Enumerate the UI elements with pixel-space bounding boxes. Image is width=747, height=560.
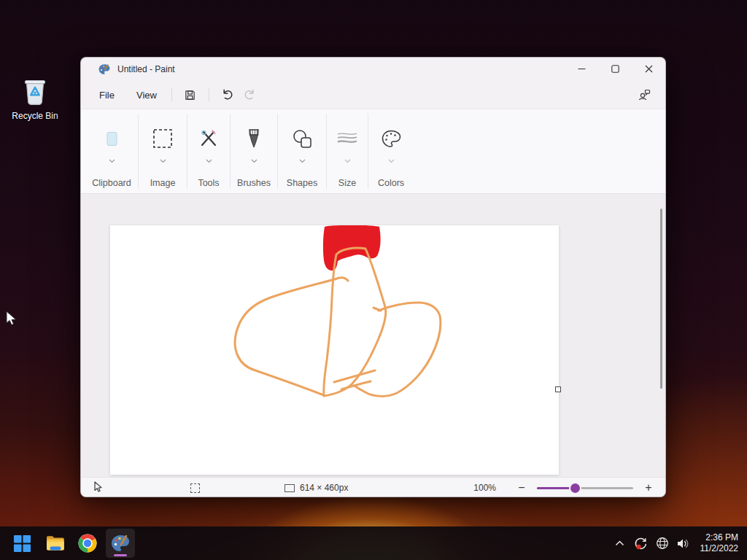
desktop: { "desktop": { "recycle_bin_label": "Rec… xyxy=(0,0,747,560)
feedback-button[interactable] xyxy=(633,85,655,105)
zoom-slider-fill xyxy=(537,487,575,490)
statusbar: 614 × 460px 100% − + xyxy=(81,477,665,497)
taskbar: 2:36 PM 11/2/2022 xyxy=(0,526,747,560)
ribbon-group-label: Image xyxy=(150,178,176,188)
paint-taskbar-button[interactable] xyxy=(106,529,135,558)
sketch-tick xyxy=(374,308,381,311)
ribbon-group-clipboard[interactable]: Clipboard xyxy=(85,109,138,193)
volume-tray-button[interactable] xyxy=(676,534,691,552)
taskbar-clock[interactable]: 2:36 PM 11/2/2022 xyxy=(700,532,739,554)
ribbon-group-size[interactable]: Size xyxy=(327,109,368,193)
mouse-cursor-icon xyxy=(6,311,18,330)
clipboard-icon xyxy=(107,127,117,150)
chevron-down-icon xyxy=(109,153,115,166)
titlebar[interactable]: Untitled - Paint xyxy=(81,58,665,81)
cursor-position-icon xyxy=(94,481,102,495)
palette-icon xyxy=(382,127,401,150)
recycle-bin-label: Recycle Bin xyxy=(6,111,64,121)
paint-window: Untitled - Paint File View xyxy=(80,57,666,497)
chevron-down-icon xyxy=(160,153,166,166)
menubar: File View xyxy=(81,81,665,109)
vertical-scrollbar[interactable] xyxy=(660,209,662,389)
selection-size-icon xyxy=(190,483,200,493)
drawing-canvas[interactable] xyxy=(110,225,559,475)
save-icon xyxy=(184,89,196,101)
save-button[interactable] xyxy=(179,85,201,105)
stroke-size-icon xyxy=(336,127,358,150)
chevron-down-icon xyxy=(299,153,306,166)
redo-button[interactable] xyxy=(239,85,260,105)
feedback-icon xyxy=(638,89,651,101)
ribbon-group-label: Size xyxy=(338,178,356,188)
menu-separator xyxy=(171,88,172,101)
ribbon-group-label: Tools xyxy=(198,178,219,188)
canvas-size-icon xyxy=(285,484,295,492)
canvas-size-text: 614 × 460px xyxy=(300,483,348,493)
ribbon-group-colors[interactable]: Colors xyxy=(368,109,414,193)
selection-icon xyxy=(152,127,173,150)
canvas-size-indicator: 614 × 460px xyxy=(285,483,348,493)
shapes-icon xyxy=(293,127,312,150)
menu-view[interactable]: View xyxy=(129,85,164,105)
ribbon-group-label: Clipboard xyxy=(92,178,131,188)
maximize-button[interactable] xyxy=(598,58,632,81)
zoom-slider[interactable] xyxy=(537,483,633,493)
chevron-down-icon xyxy=(206,153,212,166)
sync-update-icon xyxy=(634,537,648,551)
show-hidden-icons-button[interactable] xyxy=(613,534,627,552)
minimize-icon xyxy=(578,63,586,76)
ribbon-group-label: Brushes xyxy=(237,178,271,188)
ribbon-group-label: Shapes xyxy=(287,178,317,188)
ribbon-group-tools[interactable]: Tools xyxy=(187,109,230,193)
recycle-bin[interactable]: Recycle Bin xyxy=(6,73,64,121)
chrome-icon xyxy=(78,534,97,553)
undo-button[interactable] xyxy=(217,85,239,105)
file-explorer-icon xyxy=(45,534,65,553)
chevron-down-icon xyxy=(251,153,258,166)
ribbon-group-brushes[interactable]: Brushes xyxy=(231,109,277,193)
network-globe-icon xyxy=(656,537,669,550)
minimize-button[interactable] xyxy=(565,58,598,81)
start-button[interactable] xyxy=(7,529,36,558)
zoom-level-text: 100% xyxy=(473,483,496,493)
close-button[interactable] xyxy=(632,58,665,81)
update-sync-tray-button[interactable] xyxy=(634,534,649,552)
zoom-in-button[interactable]: + xyxy=(642,481,655,494)
ribbon-toolbar: Clipboard Image Tools xyxy=(81,109,665,194)
canvas-resize-handle[interactable] xyxy=(555,386,561,392)
zoom-slider-thumb[interactable] xyxy=(570,483,580,493)
start-icon xyxy=(13,534,31,553)
chevron-down-icon xyxy=(344,153,351,166)
active-app-indicator xyxy=(114,554,127,556)
sketch-head-outline xyxy=(324,248,386,396)
network-tray-button[interactable] xyxy=(655,534,670,552)
file-explorer-button[interactable] xyxy=(40,529,69,558)
close-icon xyxy=(645,63,653,76)
recycle-bin-icon xyxy=(18,96,52,109)
speaker-icon xyxy=(676,537,690,550)
ribbon-group-shapes[interactable]: Shapes xyxy=(278,109,326,193)
sketch-drawing xyxy=(110,225,559,475)
paint-icon xyxy=(111,534,130,553)
chevron-up-icon xyxy=(615,540,624,546)
canvas-area xyxy=(81,194,665,477)
ribbon-group-label: Colors xyxy=(378,178,404,188)
brush-icon xyxy=(248,127,260,150)
paint-app-icon xyxy=(98,63,110,75)
undo-icon xyxy=(221,88,234,101)
menu-file[interactable]: File xyxy=(92,85,122,105)
redo-icon xyxy=(243,88,256,101)
chrome-button[interactable] xyxy=(73,529,102,558)
tools-icon xyxy=(199,127,218,150)
window-title: Untitled - Paint xyxy=(117,64,175,74)
clock-date: 11/2/2022 xyxy=(700,543,739,554)
zoom-out-button[interactable]: − xyxy=(515,481,528,494)
maximize-icon xyxy=(611,63,619,76)
chevron-down-icon xyxy=(388,153,395,166)
clock-time: 2:36 PM xyxy=(700,532,739,543)
ribbon-group-image[interactable]: Image xyxy=(139,109,187,193)
sketch-leg-line-2 xyxy=(341,381,371,389)
menu-separator xyxy=(209,88,209,101)
